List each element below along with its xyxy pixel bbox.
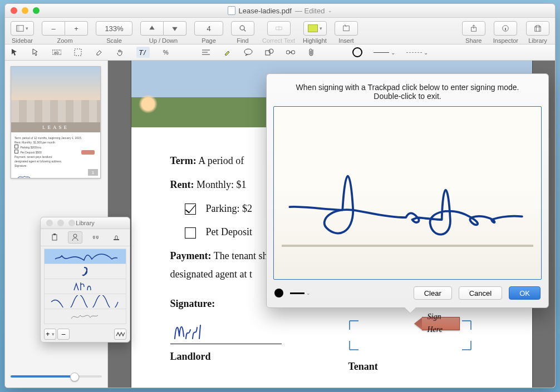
library-panel[interactable]: Library + ▾ – xyxy=(40,217,130,343)
stroke-style-dropdown[interactable]: ⌄ xyxy=(406,49,428,56)
share-button[interactable] xyxy=(462,21,485,36)
pointer-icon[interactable] xyxy=(31,47,41,57)
svg-line-3 xyxy=(244,29,245,31)
signature-canvas[interactable] xyxy=(273,106,542,280)
speech-bubble-icon[interactable] xyxy=(243,47,253,57)
stamp-icon[interactable] xyxy=(109,231,124,244)
popover-instructions: When signing with a Trackpad click below… xyxy=(267,74,548,106)
signature-popover: When signing with a Trackpad click below… xyxy=(266,73,549,308)
svg-rect-12 xyxy=(535,27,541,31)
svg-text:T: T xyxy=(139,48,144,56)
find-button[interactable] xyxy=(231,21,254,36)
svg-rect-30 xyxy=(53,234,56,235)
signature-item-4[interactable] xyxy=(44,294,126,309)
zoom-in-button[interactable]: + xyxy=(65,21,88,36)
zigzag-button[interactable] xyxy=(114,329,126,340)
share-label: Share xyxy=(465,37,482,44)
hand-icon[interactable] xyxy=(115,47,125,57)
svg-text:%: % xyxy=(163,49,169,56)
slider-knob-icon[interactable] xyxy=(70,373,79,381)
popover-line2: Double-click to exit. xyxy=(280,92,535,101)
alignment-icon[interactable] xyxy=(201,47,211,57)
main-toolbar: ▾ Sidebar – + Zoom 133% Scale xyxy=(5,18,555,44)
signature-item-5[interactable] xyxy=(44,309,126,324)
signature-list xyxy=(41,246,130,326)
sticker-label: Sign Here xyxy=(422,317,460,330)
ok-button[interactable]: OK xyxy=(509,286,541,300)
page-number-field[interactable]: 4 xyxy=(194,21,223,36)
doc-name: Lease-ladies.pdf xyxy=(239,7,292,15)
stroke-color-icon[interactable] xyxy=(352,47,362,57)
scale-label: Scale xyxy=(106,37,122,44)
insert-button[interactable] xyxy=(335,21,358,36)
stroke-width-picker[interactable]: ⌄ xyxy=(290,290,311,296)
clear-button[interactable]: Clear xyxy=(414,286,452,300)
thumb-page-number: 1 xyxy=(88,169,98,176)
marker-icon[interactable] xyxy=(222,47,232,57)
signature-item-1[interactable] xyxy=(44,249,126,264)
parking-checkbox[interactable] xyxy=(185,204,196,215)
pet-checkbox[interactable] xyxy=(185,227,196,239)
stroke-color-swatch[interactable] xyxy=(274,289,283,297)
add-signature-button[interactable]: + ▾ xyxy=(44,329,56,340)
zoom-value[interactable]: 133% xyxy=(96,21,132,36)
highlight-button[interactable]: ▾ xyxy=(303,21,327,36)
titlebar[interactable]: Lease-ladies.pdf — Edited ⌄ xyxy=(5,4,555,18)
signature-item-2[interactable] xyxy=(44,264,126,279)
eraser-icon[interactable] xyxy=(94,47,104,57)
arrow-left-icon xyxy=(414,317,422,330)
svg-point-25 xyxy=(269,49,273,53)
cursor-tool-icon[interactable] xyxy=(9,47,19,57)
page-thumbnail-1[interactable]: LEASE Term: period of 12 months, beginni… xyxy=(11,66,101,178)
rent-text: Monthly: $1 xyxy=(194,179,247,190)
annotation-toolbar: ab T % ⌄ ⌄ xyxy=(5,44,555,61)
clipboard-icon[interactable] xyxy=(47,231,62,244)
window-title[interactable]: Lease-ladies.pdf — Edited ⌄ xyxy=(5,6,555,15)
thumb-lease-label: LEASE xyxy=(11,122,100,132)
updown-label: Up / Down xyxy=(149,37,178,44)
shapes-icon[interactable] xyxy=(264,47,274,57)
term-text: A period of xyxy=(197,155,244,166)
signature-item-3[interactable] xyxy=(44,279,126,294)
svg-point-23 xyxy=(244,49,252,54)
text-select-icon[interactable]: ab xyxy=(52,47,62,57)
zoom-label: Zoom xyxy=(57,37,72,44)
page-down-button[interactable] xyxy=(164,21,186,36)
text-tool-icon[interactable]: T xyxy=(136,47,150,58)
landlord-label: Landlord xyxy=(170,349,282,365)
svg-rect-29 xyxy=(52,235,57,240)
signature-label: Signature: xyxy=(170,298,215,309)
person-icon[interactable] xyxy=(68,231,82,244)
inspector-label: Inspector xyxy=(493,37,518,44)
cancel-button[interactable]: Cancel xyxy=(459,286,502,300)
paperclip-icon[interactable] xyxy=(307,47,317,57)
tenant-label: Tenant xyxy=(348,359,460,375)
rent-label: Rent: xyxy=(170,179,194,190)
title-menu-chevron-icon[interactable]: ⌄ xyxy=(328,8,332,13)
quote-icon[interactable] xyxy=(89,231,103,244)
sidebar-zoom-slider[interactable] xyxy=(11,371,102,382)
page-label: Page xyxy=(202,37,216,44)
popover-line1: When signing with a Trackpad click below… xyxy=(280,83,535,92)
landlord-signature-icon xyxy=(170,320,237,342)
page-up-button[interactable] xyxy=(140,21,164,36)
find-label: Find xyxy=(237,37,248,44)
zoom-out-button[interactable]: – xyxy=(42,21,65,36)
tenant-signature-slot: Sign Here Tenant xyxy=(348,320,460,375)
sidebar-button[interactable]: ▾ xyxy=(11,21,34,36)
opt-parking: Parking: $2 xyxy=(206,203,253,214)
payment-label: Payment: xyxy=(170,250,212,261)
marquee-icon[interactable] xyxy=(73,47,83,57)
library-button[interactable] xyxy=(526,21,549,36)
library-label: Library xyxy=(528,37,547,44)
sign-here-sticker[interactable]: Sign Here xyxy=(414,317,460,330)
remove-signature-button[interactable]: – xyxy=(57,329,70,340)
stroke-width-dropdown[interactable]: ⌄ xyxy=(374,49,395,56)
strikethrough-icon[interactable]: % xyxy=(161,47,171,57)
sidebar-label: Sidebar xyxy=(12,37,33,44)
svg-rect-32 xyxy=(114,239,119,240)
sticker-icon xyxy=(81,150,95,155)
correct-text-button xyxy=(267,21,291,36)
inspector-button[interactable] xyxy=(494,21,517,36)
link-icon[interactable] xyxy=(286,47,296,57)
